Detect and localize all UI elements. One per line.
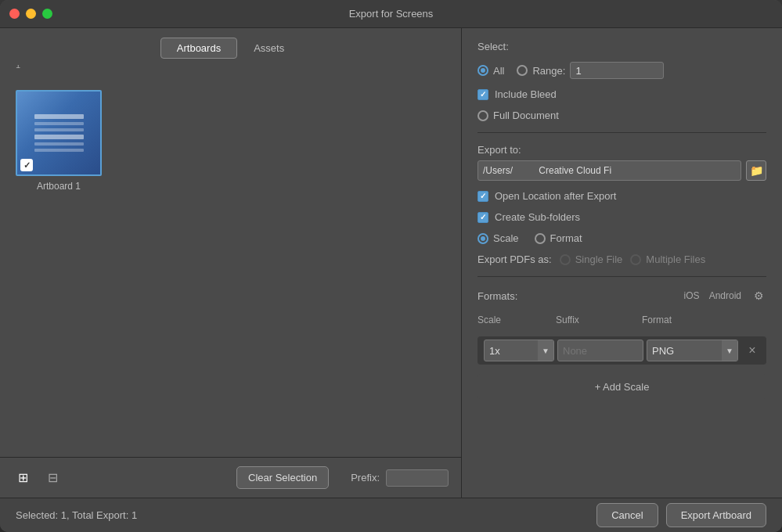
artboard-thumbnail: ✓ xyxy=(16,90,102,176)
formats-table-header: Scale Suffix Format xyxy=(477,313,766,327)
full-document-radio[interactable] xyxy=(477,110,488,121)
tab-assets[interactable]: Assets xyxy=(237,38,301,59)
format-radio[interactable] xyxy=(535,233,546,244)
col-suffix-header: Suffix xyxy=(556,315,642,325)
thumb-line-5 xyxy=(34,142,84,146)
maximize-button[interactable] xyxy=(42,9,52,19)
browse-folder-button[interactable]: 📁 xyxy=(746,160,766,181)
all-range-row: All Range: xyxy=(477,62,766,79)
range-input[interactable] xyxy=(570,62,664,79)
format-select[interactable]: PNG JPG SVG PDF xyxy=(647,345,722,357)
include-bleed-checkbox[interactable]: ✓ xyxy=(477,89,488,100)
multiple-files-item: Multiple Files xyxy=(630,253,705,265)
checkmark-icon: ✓ xyxy=(480,90,486,99)
export-to-label: Export to: xyxy=(477,144,766,156)
prefix-area: Prefix: xyxy=(351,469,449,487)
status-text: Selected: 1, Total Export: 1 xyxy=(16,509,137,521)
thumb-line-3 xyxy=(34,128,84,131)
action-buttons: Cancel Export Artboard xyxy=(596,503,766,527)
prefix-input[interactable] xyxy=(386,469,449,487)
single-file-label: Single File xyxy=(575,253,623,265)
artboard-checkbox[interactable]: ✓ xyxy=(20,159,33,171)
range-radio[interactable] xyxy=(517,65,528,76)
artboard-item[interactable]: ✓ Artboard 1 xyxy=(16,90,102,192)
tab-bar: Artboards Assets xyxy=(0,28,461,65)
grid-view-button[interactable]: ⊞ xyxy=(13,469,33,487)
checkmark-icon: ✓ xyxy=(480,213,486,221)
artboard-number: 1 xyxy=(16,65,20,70)
all-radio[interactable] xyxy=(477,65,488,76)
thumb-line-1 xyxy=(34,114,84,119)
select-label: Select: xyxy=(477,41,509,52)
col-format-header: Format xyxy=(642,315,766,325)
range-radio-item: Range: xyxy=(517,62,664,79)
scale-radio-item: Scale xyxy=(477,232,519,244)
artboard-item-wrapper: 1 ✓ xyxy=(16,74,102,192)
formats-label: Formats: xyxy=(477,290,517,302)
checkmark-icon: ✓ xyxy=(23,160,31,171)
create-subfolders-row: ✓ Create Sub-folders xyxy=(477,211,766,223)
format-row: 1x 2x 3x 0.5x ▼ PNG JPG SVG PDF ▼ xyxy=(477,336,766,365)
ios-label: iOS xyxy=(684,290,700,301)
export-path-row: 📁 xyxy=(477,160,766,181)
artboard-area: 1 ✓ xyxy=(0,65,461,457)
divider-1 xyxy=(477,132,766,133)
status-bar: Selected: 1, Total Export: 1 Cancel Expo… xyxy=(0,498,782,532)
gear-button[interactable]: ⚙ xyxy=(751,288,766,304)
left-panel: Artboards Assets 1 xyxy=(0,28,462,498)
multiple-files-label: Multiple Files xyxy=(646,253,705,265)
scale-dropdown-arrow: ▼ xyxy=(538,340,553,361)
export-for-screens-window: Export for Screens Artboards Assets 1 xyxy=(0,0,782,532)
formats-header: Formats: iOS Android ⚙ xyxy=(477,288,766,304)
select-section: Select: xyxy=(477,41,766,52)
suffix-input[interactable] xyxy=(557,340,643,361)
full-document-item: Full Document xyxy=(477,110,766,121)
export-pdfs-row: Export PDFs as: Single File Multiple Fil… xyxy=(477,253,766,265)
export-path-input[interactable] xyxy=(477,160,741,181)
thumb-line-2 xyxy=(34,122,84,125)
right-panel: Select: All Range: ✓ Include Bl xyxy=(462,28,782,498)
add-scale-button[interactable]: + Add Scale xyxy=(477,374,766,399)
ios-android-area: iOS Android ⚙ xyxy=(684,288,766,304)
all-label: All xyxy=(493,65,504,77)
single-file-item: Single File xyxy=(560,253,623,265)
full-document-label: Full Document xyxy=(493,110,559,121)
scale-radio-label: Scale xyxy=(493,232,519,244)
scale-radio[interactable] xyxy=(477,233,488,244)
remove-format-button[interactable]: × xyxy=(744,343,760,358)
divider-2 xyxy=(477,276,766,277)
format-radio-label: Format xyxy=(550,232,582,244)
multiple-files-radio[interactable] xyxy=(630,254,641,265)
single-file-radio[interactable] xyxy=(560,254,571,265)
clear-selection-button[interactable]: Clear Selection xyxy=(236,466,329,489)
range-label: Range: xyxy=(532,65,565,77)
artboard-name: Artboard 1 xyxy=(37,181,81,192)
window-controls xyxy=(9,9,52,19)
close-button[interactable] xyxy=(9,9,20,19)
thumb-line-4 xyxy=(34,135,84,139)
open-location-row: ✓ Open Location after Export xyxy=(477,190,766,202)
folder-icon: 📁 xyxy=(750,164,763,177)
format-select-wrap: PNG JPG SVG PDF ▼ xyxy=(647,340,738,361)
all-radio-item: All xyxy=(477,65,504,77)
export-pdfs-label: Export PDFs as: xyxy=(477,253,552,265)
thumb-line-6 xyxy=(34,149,84,152)
list-view-icon: ⊟ xyxy=(48,470,58,485)
bottom-bar: ⊞ ⊟ Clear Selection Prefix: xyxy=(0,457,461,498)
create-subfolders-label: Create Sub-folders xyxy=(495,211,580,223)
create-subfolders-checkbox[interactable]: ✓ xyxy=(477,212,488,223)
main-content: Artboards Assets 1 xyxy=(0,28,782,498)
include-bleed-label: Include Bleed xyxy=(495,88,557,100)
export-artboard-button[interactable]: Export Artboard xyxy=(666,503,766,527)
cancel-button[interactable]: Cancel xyxy=(596,503,658,527)
checkmark-icon: ✓ xyxy=(480,192,486,200)
tab-artboards[interactable]: Artboards xyxy=(160,38,237,59)
minimize-button[interactable] xyxy=(26,9,36,19)
window-title: Export for Screens xyxy=(349,8,434,20)
col-scale-header: Scale xyxy=(477,315,556,325)
scale-select[interactable]: 1x 2x 3x 0.5x xyxy=(485,345,538,357)
titlebar: Export for Screens xyxy=(0,0,782,28)
open-location-checkbox[interactable]: ✓ xyxy=(477,191,488,202)
list-view-button[interactable]: ⊟ xyxy=(42,469,63,487)
format-radio-item: Format xyxy=(535,232,582,244)
